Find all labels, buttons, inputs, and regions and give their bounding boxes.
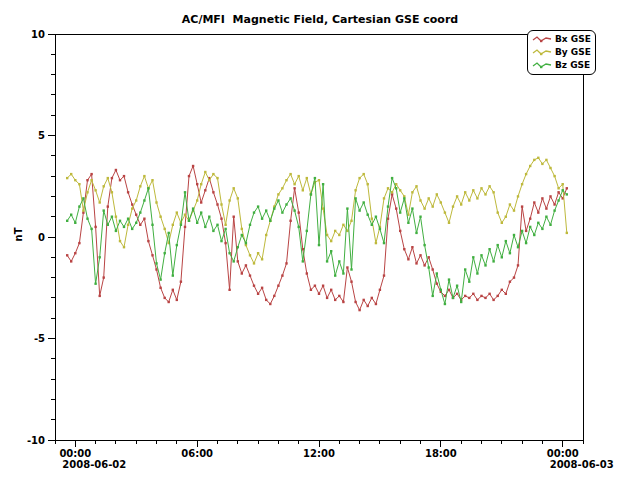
svg-text:5: 5 (38, 130, 45, 141)
chart-page: AC/MFI Magnetic Field, Cartesian GSE coo… (0, 0, 640, 480)
legend-entry-bx: Bx GSE (532, 33, 591, 46)
svg-text:0: 0 (38, 232, 45, 243)
svg-text:2008-06-03: 2008-06-03 (550, 459, 614, 470)
legend-line-sample-bx-icon (532, 35, 552, 44)
legend-label-bz: Bz GSE (555, 59, 590, 72)
legend-entry-by: By GSE (532, 46, 591, 59)
legend-label-by: By GSE (555, 46, 591, 59)
svg-text:00:00: 00:00 (59, 448, 91, 459)
svg-text:12:00: 12:00 (303, 448, 335, 459)
series-bz-gse (66, 177, 568, 305)
svg-text:10: 10 (31, 29, 45, 40)
svg-text:-10: -10 (27, 435, 45, 446)
svg-text:-5: -5 (34, 333, 45, 344)
svg-text:18:00: 18:00 (425, 448, 457, 459)
svg-text:2008-06-02: 2008-06-02 (62, 459, 126, 470)
legend-line-sample-bz-icon (532, 61, 552, 70)
legend-box: Bx GSE By GSE Bz GSE (527, 30, 596, 75)
svg-text:06:00: 06:00 (181, 448, 213, 459)
svg-text:00:00: 00:00 (547, 448, 579, 459)
legend-label-bx: Bx GSE (555, 33, 591, 46)
legend-line-sample-by-icon (532, 48, 552, 57)
legend-entry-bz: Bz GSE (532, 59, 591, 72)
